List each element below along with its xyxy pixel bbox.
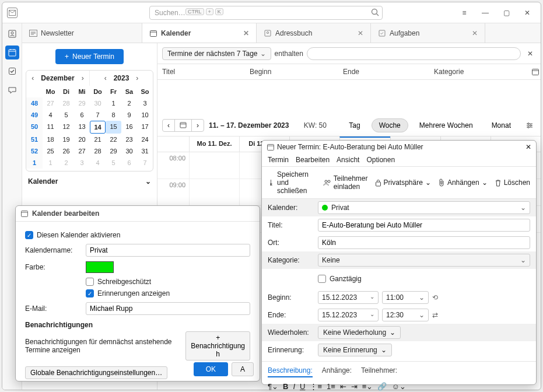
- nav-tasks-icon[interactable]: [5, 64, 19, 78]
- show-reminders-checkbox[interactable]: ✓: [86, 289, 94, 298]
- paragraph-format-button[interactable]: ¶⌄: [268, 382, 278, 391]
- app-menu-button[interactable]: ≡: [456, 6, 473, 20]
- mini-cal-day[interactable]: 28: [90, 145, 106, 157]
- mini-cal-day[interactable]: 3: [137, 97, 153, 109]
- close-tab-icon[interactable]: ✕: [358, 29, 363, 37]
- next-week-button[interactable]: ›: [192, 120, 204, 131]
- save-close-button[interactable]: ⭳Speichern und schließen: [268, 170, 316, 195]
- minimize-button[interactable]: —: [477, 6, 494, 20]
- view-month-button[interactable]: Monat: [484, 118, 519, 132]
- mini-cal-day[interactable]: 6: [74, 109, 90, 121]
- menu-ansicht[interactable]: Ansicht: [337, 156, 359, 164]
- tab-newsletter[interactable]: Newsletter: [22, 23, 142, 43]
- mini-cal-day[interactable]: 14: [90, 121, 106, 134]
- tab-description[interactable]: Beschreibung:: [268, 366, 313, 377]
- event-category-select[interactable]: Keine⌄: [318, 254, 530, 267]
- mini-cal-day[interactable]: 12: [58, 121, 74, 134]
- mini-cal-day[interactable]: 8: [106, 109, 121, 121]
- clear-filter-button[interactable]: ✕: [524, 50, 536, 58]
- reminder-select[interactable]: Keine Erinnerung⌄: [318, 344, 392, 356]
- maximize-button[interactable]: ▢: [498, 6, 515, 20]
- calendar-name-input[interactable]: [86, 244, 250, 257]
- mini-cal-day[interactable]: 18: [43, 134, 58, 145]
- column-picker-icon[interactable]: [527, 64, 541, 79]
- tab-participants[interactable]: Teilnehmer:: [361, 366, 397, 377]
- mini-cal-day[interactable]: 15: [106, 121, 121, 134]
- calendar-color-picker[interactable]: [86, 261, 114, 273]
- time-slot[interactable]: [189, 179, 239, 205]
- mini-cal-day[interactable]: 7: [137, 157, 153, 169]
- global-search-input[interactable]: [149, 6, 383, 20]
- end-date-input[interactable]: 15.12.2023⌄: [318, 309, 379, 321]
- mini-cal-day[interactable]: 10: [137, 109, 153, 121]
- mini-cal-day[interactable]: 1: [43, 157, 58, 169]
- mini-cal-day[interactable]: 6: [121, 157, 137, 169]
- tab-kalender[interactable]: Kalender ✕: [142, 23, 257, 43]
- close-tab-icon[interactable]: ✕: [243, 29, 249, 37]
- link-button[interactable]: 🔗: [377, 382, 387, 391]
- attach-dropdown[interactable]: Anhängen⌄: [438, 178, 488, 187]
- privacy-dropdown[interactable]: Privatsphäre⌄: [375, 178, 431, 187]
- ok-button[interactable]: OK: [194, 362, 228, 376]
- view-week-button[interactable]: Woche: [372, 118, 408, 132]
- prev-month-button[interactable]: ‹: [28, 74, 37, 82]
- mini-cal-day[interactable]: 28: [58, 97, 74, 109]
- menu-bearbeiten[interactable]: Bearbeiten: [296, 156, 330, 164]
- cancel-button[interactable]: A: [232, 362, 254, 376]
- global-notification-settings-button[interactable]: Globale Benachrichtigungseinstellungen…: [25, 366, 167, 379]
- event-title-input[interactable]: [318, 219, 530, 232]
- mini-cal-day[interactable]: 29: [74, 97, 90, 109]
- nav-calendar-icon[interactable]: [5, 46, 19, 60]
- next-month-button[interactable]: ›: [78, 74, 87, 82]
- mini-cal-day[interactable]: 17: [137, 121, 153, 134]
- nav-chat-icon[interactable]: [5, 83, 19, 97]
- allday-checkbox[interactable]: [318, 275, 326, 283]
- mini-cal-day[interactable]: 7: [90, 109, 106, 121]
- mini-cal-day[interactable]: 4: [43, 109, 58, 121]
- bold-button[interactable]: B: [283, 382, 288, 391]
- range-filter-dropdown[interactable]: Termine der nächsten 7 Tage⌄: [162, 47, 271, 60]
- calendar-email-input[interactable]: [86, 302, 250, 315]
- view-settings-icon[interactable]: [523, 121, 536, 130]
- indent-button[interactable]: ⇥: [351, 382, 358, 391]
- time-slot[interactable]: [189, 152, 239, 178]
- add-notification-button[interactable]: + Benachrichtigung h: [185, 331, 250, 360]
- mini-cal-day[interactable]: 20: [74, 134, 90, 145]
- readonly-checkbox[interactable]: [86, 278, 94, 286]
- end-time-input[interactable]: 12:30⌄: [382, 309, 429, 321]
- prev-week-button[interactable]: ‹: [163, 120, 175, 131]
- mini-cal-day[interactable]: 5: [58, 109, 74, 121]
- align-button[interactable]: ≡⌄: [362, 382, 373, 391]
- mini-cal-day[interactable]: 3: [74, 157, 90, 169]
- calendars-section-header[interactable]: Kalender ⌄: [22, 172, 157, 189]
- close-tab-icon[interactable]: ✕: [472, 29, 478, 37]
- tab-adressbuch[interactable]: Adressbuch ✕: [257, 23, 371, 43]
- mini-cal-day[interactable]: 24: [137, 134, 153, 145]
- mini-cal-day[interactable]: 16: [121, 121, 137, 134]
- event-location-input[interactable]: [318, 236, 530, 249]
- next-year-button[interactable]: ›: [132, 74, 142, 82]
- mini-cal-day[interactable]: 27: [43, 97, 58, 109]
- new-event-button[interactable]: +Neuer Termin: [55, 49, 124, 64]
- mini-cal-day[interactable]: 31: [137, 145, 153, 157]
- mini-cal-day[interactable]: 26: [58, 145, 74, 157]
- link-times-icon[interactable]: ⟲: [432, 293, 438, 302]
- invite-button[interactable]: Teilnehmer einladen: [323, 174, 368, 191]
- mini-cal-day[interactable]: 30: [121, 145, 137, 157]
- close-button[interactable]: ✕: [519, 6, 536, 20]
- menu-optionen[interactable]: Optionen: [366, 156, 395, 164]
- filter-input[interactable]: [307, 47, 521, 60]
- mini-cal-day[interactable]: 21: [90, 134, 106, 145]
- mini-cal-day[interactable]: 9: [121, 109, 137, 121]
- mini-cal-day[interactable]: 5: [106, 157, 121, 169]
- emoji-button[interactable]: ☺⌄: [391, 382, 405, 391]
- numbered-list-button[interactable]: 1≡: [327, 382, 335, 391]
- mini-cal-day[interactable]: 22: [106, 134, 121, 145]
- mini-cal-day[interactable]: 19: [58, 134, 74, 145]
- view-day-button[interactable]: Tag: [341, 118, 367, 132]
- tab-attachments[interactable]: Anhänge:: [322, 366, 352, 377]
- mini-cal-day[interactable]: 2: [58, 157, 74, 169]
- close-dialog-button[interactable]: ✕: [526, 143, 531, 151]
- mini-cal-day[interactable]: 29: [106, 145, 121, 157]
- mini-cal-day[interactable]: 11: [43, 121, 58, 134]
